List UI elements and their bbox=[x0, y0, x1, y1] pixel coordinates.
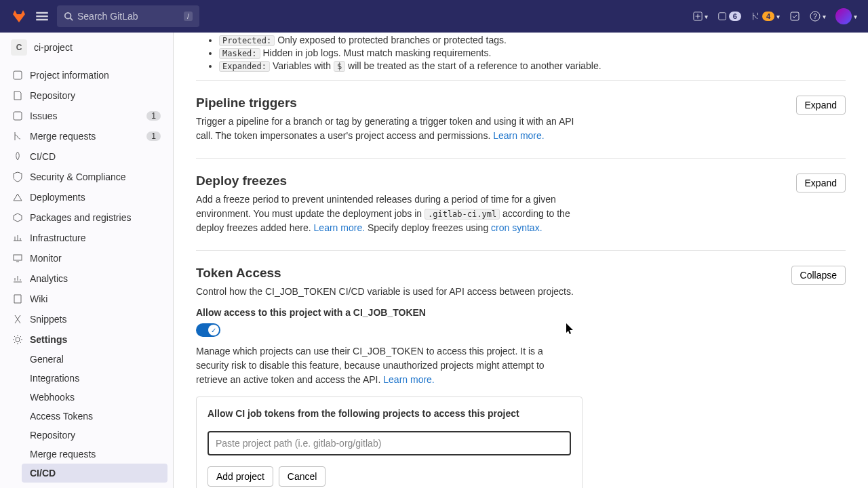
allow-access-toggle[interactable]: ✓ bbox=[196, 323, 220, 337]
deploy-freezes-title: Deploy freezes bbox=[196, 174, 576, 188]
allow-access-heading: Allow access to this project with a CI_J… bbox=[196, 307, 846, 318]
attr-protected: Protected: Only exposed to protected bra… bbox=[219, 35, 846, 45]
issue-icon bbox=[717, 12, 727, 21]
rocket-icon bbox=[12, 151, 23, 162]
pipeline-triggers-desc: Trigger a pipeline for a branch or tag b… bbox=[196, 115, 576, 143]
svg-point-9 bbox=[16, 338, 20, 342]
shield-icon bbox=[12, 171, 23, 182]
search-icon bbox=[64, 12, 73, 21]
gitlab-logo-icon[interactable] bbox=[11, 8, 27, 24]
svg-rect-7 bbox=[14, 112, 22, 120]
sidebar-item-infrastructure[interactable]: Infrastructure bbox=[5, 228, 167, 248]
avatar bbox=[835, 8, 852, 24]
sidebar-item-project-information[interactable]: Project information bbox=[5, 65, 167, 85]
allow-access-help: Manage which projects can use their CI_J… bbox=[196, 344, 576, 387]
wiki-icon bbox=[12, 293, 23, 304]
token-access-collapse-button[interactable]: Collapse bbox=[791, 266, 846, 285]
deploy-freezes-learn-more[interactable]: Learn more. bbox=[314, 222, 365, 233]
search-placeholder: Search GitLab bbox=[77, 11, 138, 22]
allow-access-learn-more[interactable]: Learn more. bbox=[383, 374, 434, 385]
svg-rect-8 bbox=[14, 255, 22, 260]
attr-masked: Masked: Hidden in job logs. Must match m… bbox=[219, 47, 846, 58]
user-menu[interactable]: ▾ bbox=[835, 8, 857, 24]
subnav-repository[interactable]: Repository bbox=[22, 426, 167, 445]
subnav-webhooks[interactable]: Webhooks bbox=[22, 388, 167, 407]
project-avatar: C bbox=[11, 39, 27, 56]
sidebar-item-wiki[interactable]: Wiki bbox=[5, 289, 167, 309]
sidebar-item-snippets[interactable]: Snippets bbox=[5, 309, 167, 329]
deploy-icon bbox=[12, 192, 23, 203]
todos-button[interactable] bbox=[789, 11, 800, 22]
help-icon: ? bbox=[810, 11, 821, 22]
sidebar-item-monitor[interactable]: Monitor bbox=[5, 248, 167, 268]
mr-counter[interactable]: 4▾ bbox=[751, 12, 780, 21]
sidebar-item-security[interactable]: Security & Compliance bbox=[5, 167, 167, 187]
help-menu[interactable]: ?▾ bbox=[810, 11, 826, 22]
package-icon bbox=[12, 212, 23, 223]
pipeline-triggers-expand-button[interactable]: Expand bbox=[796, 96, 846, 115]
subnav-merge-requests[interactable]: Merge requests bbox=[22, 445, 167, 464]
check-icon: ✓ bbox=[208, 325, 219, 336]
sidebar-item-deployments[interactable]: Deployments bbox=[5, 187, 167, 207]
attr-expanded: Expanded: Variables with $ will be treat… bbox=[219, 60, 846, 71]
sidebar-item-analytics[interactable]: Analytics bbox=[5, 268, 167, 289]
svg-rect-3 bbox=[791, 12, 799, 20]
subnav-packages[interactable]: Packages and registries bbox=[22, 483, 167, 488]
subnav-access-tokens[interactable]: Access Tokens bbox=[22, 407, 167, 426]
deploy-freezes-expand-button[interactable]: Expand bbox=[796, 174, 846, 192]
cancel-button[interactable]: Cancel bbox=[279, 466, 326, 487]
section-pipeline-triggers: Pipeline triggers Trigger a pipeline for… bbox=[196, 80, 846, 158]
gear-icon bbox=[12, 334, 23, 345]
allow-projects-card: Allow CI job tokens from the following p… bbox=[196, 396, 583, 488]
variable-attributes-fragment: Protected: Only exposed to protected bra… bbox=[196, 35, 846, 80]
add-project-button[interactable]: Add project bbox=[208, 466, 273, 487]
sidebar-item-repository[interactable]: Repository bbox=[5, 85, 167, 106]
settings-subnav: General Integrations Webhooks Access Tok… bbox=[5, 350, 167, 488]
token-access-desc: Control how the CI_JOB_TOKEN CI/CD varia… bbox=[196, 285, 574, 299]
sidebar-item-packages[interactable]: Packages and registries bbox=[5, 207, 167, 228]
section-token-access: Token Access Control how the CI_JOB_TOKE… bbox=[196, 250, 846, 488]
section-deploy-freezes: Deploy freezes Add a freeze period to pr… bbox=[196, 158, 846, 250]
svg-point-0 bbox=[65, 13, 71, 19]
nav-list: Project information Repository Issues1 M… bbox=[0, 62, 173, 488]
monitor-icon bbox=[12, 253, 23, 264]
allow-projects-card-title: Allow CI job tokens from the following p… bbox=[208, 408, 571, 419]
issues-icon bbox=[12, 110, 23, 121]
sidebar-item-cicd[interactable]: CI/CD bbox=[5, 146, 167, 167]
plus-box-icon bbox=[693, 12, 703, 21]
topbar-left: Search GitLab / bbox=[11, 5, 199, 27]
todo-icon bbox=[789, 11, 800, 22]
sidebar: C ci-project Project information Reposit… bbox=[0, 33, 174, 488]
project-path-input[interactable] bbox=[208, 431, 571, 455]
sidebar-item-issues[interactable]: Issues1 bbox=[5, 106, 167, 126]
svg-rect-2 bbox=[719, 13, 726, 20]
cron-syntax-link[interactable]: cron syntax. bbox=[491, 222, 542, 233]
pipeline-triggers-title: Pipeline triggers bbox=[196, 96, 576, 110]
subnav-integrations[interactable]: Integrations bbox=[22, 369, 167, 388]
svg-rect-6 bbox=[14, 71, 22, 79]
snippets-icon bbox=[12, 314, 23, 325]
infra-icon bbox=[12, 232, 23, 243]
main-content: Protected: Only exposed to protected bra… bbox=[174, 33, 868, 488]
svg-text:?: ? bbox=[813, 13, 817, 20]
hamburger-icon[interactable] bbox=[35, 9, 49, 23]
merge-icon bbox=[751, 12, 760, 21]
topbar: Search GitLab / ▾ 6 4▾ ?▾ ▾ bbox=[0, 0, 868, 33]
repo-icon bbox=[12, 90, 23, 101]
deploy-freezes-desc: Add a freeze period to prevent unintende… bbox=[196, 192, 576, 235]
search-input[interactable]: Search GitLab / bbox=[57, 5, 199, 27]
topbar-right: ▾ 6 4▾ ?▾ ▾ bbox=[693, 8, 857, 24]
sidebar-item-settings[interactable]: Settings bbox=[5, 329, 167, 350]
token-access-title: Token Access bbox=[196, 266, 574, 281]
pipeline-triggers-learn-more[interactable]: Learn more. bbox=[493, 130, 544, 141]
search-kbd: / bbox=[184, 12, 193, 21]
sidebar-item-merge-requests[interactable]: Merge requests1 bbox=[5, 126, 167, 146]
analytics-icon bbox=[12, 273, 23, 284]
subnav-general[interactable]: General bbox=[22, 350, 167, 369]
project-name: ci-project bbox=[34, 42, 73, 53]
issues-counter[interactable]: 6 bbox=[717, 12, 741, 21]
info-icon bbox=[12, 70, 23, 81]
project-header[interactable]: C ci-project bbox=[0, 33, 173, 62]
subnav-cicd[interactable]: CI/CD bbox=[22, 464, 167, 483]
create-menu[interactable]: ▾ bbox=[693, 12, 708, 21]
